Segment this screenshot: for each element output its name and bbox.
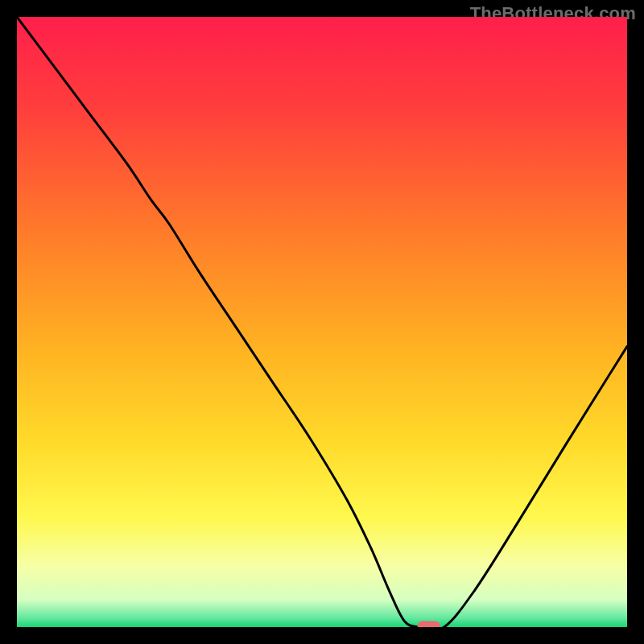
bottleneck-chart	[17, 17, 627, 627]
plot-area	[17, 17, 627, 627]
gradient-background	[17, 17, 627, 627]
chart-frame: TheBottleneck.com	[0, 0, 644, 644]
optimal-marker	[418, 621, 440, 628]
